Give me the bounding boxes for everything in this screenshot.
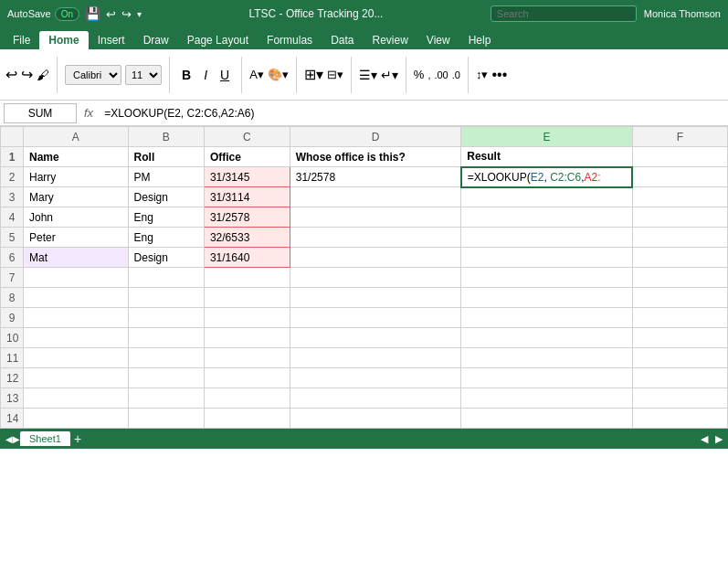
tab-home[interactable]: Home [39,31,88,49]
font-size-select[interactable]: 11 [125,65,162,85]
spreadsheet-grid: A B C D E F 1 Name Roll Office Whose off… [0,126,728,429]
tab-draw[interactable]: Draw [134,31,178,49]
autosave-label: AutoSave [7,8,51,19]
scroll-right-icon2[interactable]: ▶ [715,433,723,445]
cell-d6[interactable] [290,248,461,268]
add-sheet-button[interactable]: + [74,431,81,446]
table-row: 11 [1,348,728,368]
cell-a3[interactable]: Mary [24,187,129,207]
cell-c1[interactable]: Office [204,147,290,167]
comma-icon[interactable]: , [427,69,430,80]
scroll-left-icon2[interactable]: ◀ [701,433,708,445]
cell-d3[interactable] [290,187,461,207]
scroll-right-icon[interactable]: ▶ [13,434,20,444]
align-icon[interactable]: ☰▾ [359,68,377,82]
cell-c3[interactable]: 31/3114 [204,187,290,207]
tab-view[interactable]: View [417,31,459,49]
cell-d1[interactable]: Whose office is this? [290,147,461,167]
cell-f5[interactable] [632,228,727,248]
cell-c5[interactable]: 32/6533 [204,228,290,248]
search-input[interactable] [491,5,637,22]
cell-f3[interactable] [632,187,727,207]
tab-formulas[interactable]: Formulas [258,31,322,49]
undo-ribbon-icon[interactable]: ↩ [5,66,17,83]
sep7 [468,57,469,93]
cell-b6[interactable]: Design [128,248,204,268]
cell-c6[interactable]: 31/1640 [204,248,290,268]
wrap-icon[interactable]: ↵▾ [381,68,398,82]
cell-d2[interactable]: 31/2578 [290,167,461,187]
font-family-select[interactable]: Calibri [65,65,121,85]
cell-b4[interactable]: Eng [128,207,204,228]
tab-file[interactable]: File [4,31,39,49]
decrease-decimal-icon[interactable]: .0 [452,69,460,80]
cell-c2[interactable]: 31/3145 [204,167,290,187]
cell-e2[interactable]: =XLOOKUP(E2, C2:C6,A2: [461,167,633,187]
redo-ribbon-icon[interactable]: ↪ [21,66,33,83]
undo-icon[interactable]: ↩ [106,7,116,21]
font-color-icon[interactable]: A▾ [249,68,264,81]
cell-c4[interactable]: 31/2578 [204,207,290,228]
cell-e4[interactable] [461,207,633,228]
cell-a4[interactable]: John [24,207,129,228]
table-row: 5 Peter Eng 32/6533 [1,228,728,248]
tab-page-layout[interactable]: Page Layout [178,31,258,49]
ribbon-bar: ↩ ↪ 🖌 Calibri 11 B I U A▾ 🎨▾ ⊞▾ ⊟▾ ☰▾ ↵▾… [0,49,728,101]
sheet-tab-sheet1[interactable]: Sheet1 [20,431,70,446]
cell-f6[interactable] [632,248,727,268]
cell-e3[interactable] [461,187,633,207]
column-headers: A B C D E F [1,127,728,147]
merge-icon[interactable]: ⊟▾ [327,68,343,81]
cell-a1[interactable]: Name [24,147,129,167]
redo-icon[interactable]: ↪ [121,7,132,21]
cell-f2[interactable] [632,167,727,187]
row-num-6: 6 [1,248,24,268]
dropdown-icon[interactable]: ▾ [137,9,142,19]
name-box[interactable] [4,103,77,123]
row-num-1: 1 [1,147,24,167]
tab-data[interactable]: Data [322,31,363,49]
cell-a2[interactable]: Harry [24,167,129,187]
row-num-2: 2 [1,167,24,187]
col-header-d[interactable]: D [290,127,461,147]
sort-icon[interactable]: ↕▾ [476,68,489,81]
cell-f4[interactable] [632,207,727,228]
number-format-icon[interactable]: % [414,68,425,81]
cell-b5[interactable]: Eng [128,228,204,248]
cell-b3[interactable]: Design [128,187,204,207]
autosave-toggle[interactable]: On [55,7,79,21]
sep1 [57,57,58,93]
cell-e6[interactable] [461,248,633,268]
cell-d4[interactable] [290,207,461,228]
increase-decimal-icon[interactable]: .00 [434,69,448,80]
cell-b1[interactable]: Roll [128,147,204,167]
cell-a6[interactable]: Mat [24,248,129,268]
scroll-left-icon[interactable]: ◀ [5,434,13,444]
underline-button[interactable]: U [216,67,234,83]
cell-a5[interactable]: Peter [24,228,129,248]
tab-help[interactable]: Help [459,31,501,49]
bold-button[interactable]: B [177,67,195,83]
row-num-5: 5 [1,228,24,248]
cell-d5[interactable] [290,228,461,248]
col-header-f[interactable]: F [632,127,727,147]
row-num-4: 4 [1,207,24,228]
tab-insert[interactable]: Insert [89,31,134,49]
fill-color-icon[interactable]: 🎨▾ [268,68,289,81]
col-header-c[interactable]: C [204,127,290,147]
cell-e1[interactable]: Result [461,147,633,167]
cell-f1[interactable] [632,147,727,167]
format-painter-icon[interactable]: 🖌 [37,68,49,82]
cell-e5[interactable] [461,228,633,248]
italic-button[interactable]: I [199,67,212,83]
cell-b2[interactable]: PM [128,167,204,187]
formula-input[interactable] [100,103,724,123]
title-bar-title: LTSC - Office Tracking 20... [248,7,383,20]
borders-icon[interactable]: ⊞▾ [304,66,323,83]
col-header-e[interactable]: E [461,127,633,147]
tab-review[interactable]: Review [363,31,417,49]
more-icon[interactable]: ••• [491,67,507,83]
save-icon[interactable]: 💾 [85,6,100,21]
col-header-b[interactable]: B [128,127,204,147]
col-header-a[interactable]: A [24,127,129,147]
